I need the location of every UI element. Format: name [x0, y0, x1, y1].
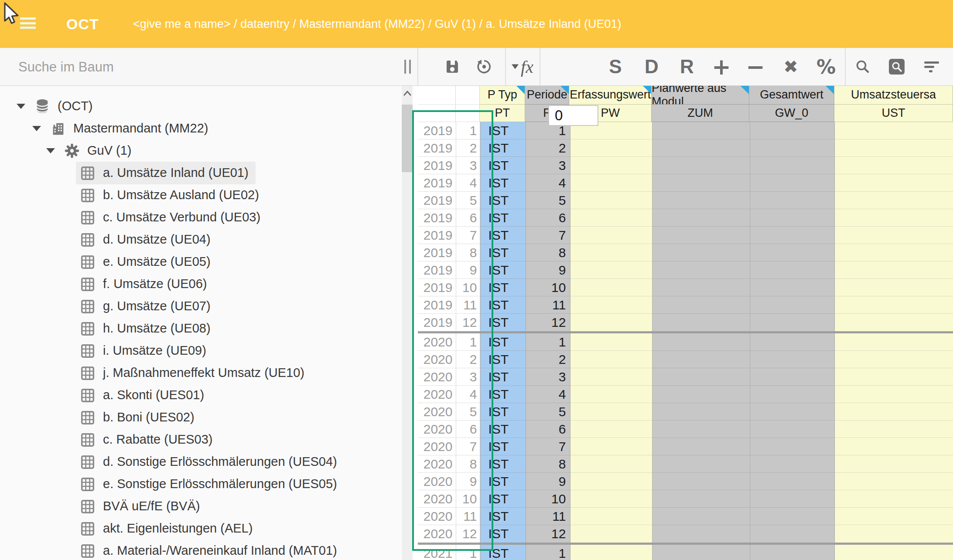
cell-planwerte[interactable]	[652, 455, 750, 473]
row-header-year[interactable]: 2019	[418, 314, 456, 331]
tree-item-content[interactable]: Mastermandant (MM22)	[46, 117, 215, 140]
row-header-year[interactable]: 2020	[418, 333, 456, 351]
cell-gesamtwert[interactable]	[750, 174, 835, 192]
cell-gesamtwert[interactable]	[750, 209, 835, 227]
save-button[interactable]	[443, 58, 461, 76]
tree-item[interactable]: a. Skonti (UES01)	[0, 384, 401, 406]
cell-periode[interactable]: 6	[526, 421, 570, 438]
cell-periode[interactable]: 1	[526, 545, 570, 560]
cell-gesamtwert[interactable]	[750, 490, 835, 508]
cell-erfassungswert[interactable]	[570, 261, 652, 279]
tree-item-content[interactable]: g. Umsätze (UE07)	[76, 295, 218, 318]
cell-ust[interactable]	[835, 438, 953, 455]
cell-periode[interactable]: 5	[526, 192, 570, 209]
cell-planwerte[interactable]	[652, 438, 750, 455]
cell-ust[interactable]	[835, 351, 953, 368]
cell-periode[interactable]: 12	[526, 314, 570, 331]
row-header-period[interactable]: 11	[456, 296, 481, 314]
cell-ust[interactable]	[835, 122, 953, 139]
cell-periode[interactable]: 4	[526, 174, 570, 192]
cell-planwerte[interactable]	[652, 368, 750, 386]
row-header-period[interactable]: 5	[456, 403, 481, 421]
cell-ptyp[interactable]: IST	[480, 490, 526, 508]
cell-erfassungswert[interactable]	[570, 351, 652, 368]
cell-planwerte[interactable]	[652, 296, 750, 314]
cell-ptyp[interactable]: IST	[480, 192, 526, 209]
cell-gesamtwert[interactable]	[750, 403, 835, 421]
restore-button[interactable]	[475, 58, 493, 76]
row-header-period[interactable]: 9	[456, 473, 481, 490]
cell-planwerte[interactable]	[652, 192, 750, 209]
tree-item[interactable]: d. Umsätze (UE04)	[0, 228, 401, 251]
cell-gesamtwert[interactable]	[750, 333, 835, 351]
cell-periode[interactable]: 7	[526, 227, 570, 244]
cell-ust[interactable]	[835, 545, 953, 560]
cell-planwerte[interactable]	[652, 139, 750, 157]
row-header-period[interactable]: 12	[456, 314, 481, 331]
cell-gesamtwert[interactable]	[750, 314, 835, 331]
menu-icon[interactable]	[20, 17, 36, 29]
cell-ptyp[interactable]: IST	[480, 279, 526, 296]
cell-erfassungswert[interactable]	[570, 473, 652, 490]
cell-planwerte[interactable]	[652, 545, 750, 560]
row-header-year[interactable]: 2020	[418, 421, 456, 438]
row-header-period[interactable]: 7	[456, 227, 481, 244]
tree-item[interactable]: c. Rabatte (UES03)	[0, 428, 401, 451]
cell-gesamtwert[interactable]	[750, 473, 835, 490]
cell-planwerte[interactable]	[652, 508, 750, 525]
cell-periode[interactable]: 11	[526, 296, 570, 314]
cell-ptyp[interactable]: IST	[480, 296, 526, 314]
cell-gesamtwert[interactable]	[750, 368, 835, 386]
cell-ptyp[interactable]: IST	[480, 122, 526, 139]
column-header-planwerte[interactable]: Planwerte aus Modul	[652, 85, 749, 105]
row-header-period[interactable]: 1	[456, 122, 481, 139]
row-header-year[interactable]: 2019	[418, 157, 456, 174]
row-header-year[interactable]: 2020	[418, 508, 456, 525]
cell-ust[interactable]	[835, 209, 953, 227]
cell-planwerte[interactable]	[652, 490, 750, 508]
clear-button[interactable]: ✖	[783, 57, 798, 77]
tree-item-content[interactable]: f. Umsätze (UE06)	[76, 273, 214, 295]
row-header-year[interactable]: 2020	[418, 525, 456, 543]
tree-item-content[interactable]: a. Skonti (UES01)	[76, 384, 211, 407]
minus-button[interactable]: −	[746, 54, 765, 80]
cell-erfassungswert[interactable]	[570, 279, 652, 296]
cell-erfassungswert[interactable]	[570, 157, 652, 174]
cell-erfassungswert[interactable]	[570, 386, 652, 403]
cell-gesamtwert[interactable]	[750, 508, 835, 525]
cell-ust[interactable]	[835, 525, 953, 543]
plus-button[interactable]: +	[712, 54, 731, 80]
cell-ust[interactable]	[835, 261, 953, 279]
cell-gesamtwert[interactable]	[750, 351, 835, 368]
cell-ptyp[interactable]: IST	[480, 438, 526, 455]
tree-item-content[interactable]: BVÄ uE/fE (BVÄ)	[76, 495, 207, 518]
tree-item[interactable]: a. Material-/Wareneinkauf Inland (MAT01)	[0, 540, 401, 560]
row-header-period[interactable]: 9	[456, 261, 481, 279]
cell-planwerte[interactable]	[652, 403, 750, 421]
cell-planwerte[interactable]	[652, 525, 750, 543]
tree-item-content[interactable]: d. Sonstige Erlösschmälerungen (UES04)	[76, 451, 344, 473]
row-header-period[interactable]: 11	[456, 508, 481, 525]
column-header-periode[interactable]: Periode	[525, 85, 570, 105]
cell-gesamtwert[interactable]	[750, 192, 835, 209]
cell-planwerte[interactable]	[652, 421, 750, 438]
row-header-period[interactable]: 8	[456, 455, 481, 473]
tree-item-content[interactable]: a. Umsätze Inland (UE01)	[76, 162, 256, 184]
column-code-ust[interactable]: UST	[834, 105, 953, 122]
row-header-year[interactable]: 2020	[418, 455, 456, 473]
row-header-period[interactable]: 7	[456, 438, 481, 455]
tree-item[interactable]: g. Umsätze (UE07)	[0, 295, 401, 317]
d-button[interactable]: D	[645, 56, 659, 78]
cell-gesamtwert[interactable]	[750, 421, 835, 438]
cell-planwerte[interactable]	[652, 314, 750, 331]
cell-erfassungswert[interactable]	[570, 227, 652, 244]
tree-item-content[interactable]: c. Umsätze Verbund (UE03)	[76, 206, 267, 229]
cell-ptyp[interactable]: IST	[480, 174, 526, 192]
cell-erfassungswert[interactable]	[570, 244, 652, 261]
cell-periode[interactable]: 3	[526, 157, 570, 174]
cell-periode[interactable]: 9	[526, 473, 570, 490]
column-code-ptyp[interactable]: PT	[480, 105, 525, 122]
cell-periode[interactable]: 7	[526, 438, 570, 455]
row-header-period[interactable]: 5	[456, 192, 481, 209]
cell-ust[interactable]	[835, 455, 953, 473]
